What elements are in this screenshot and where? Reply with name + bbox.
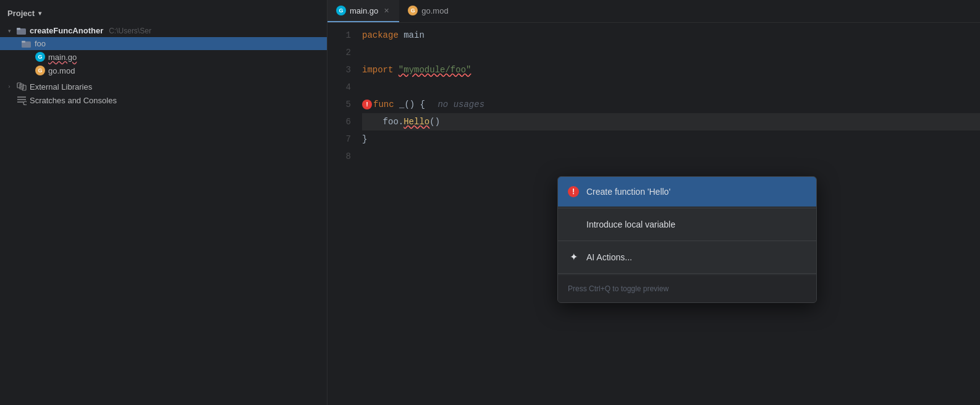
sidebar-item-scratches[interactable]: Scratches and Consoles <box>0 93 327 107</box>
line-num-1: 1 <box>346 27 351 44</box>
tab-main-go[interactable]: G main.go ✕ <box>327 0 399 22</box>
introduce-var-label: Introduce local variable <box>586 216 675 233</box>
ext-libs-chevron-icon: › <box>5 83 14 90</box>
menu-item-ai-actions[interactable]: ✦ AI Actions... <box>558 242 816 272</box>
sidebar-chevron-icon[interactable]: ▾ <box>38 10 41 17</box>
context-menu: ! Create function 'Hello' Introduce loca… <box>557 176 817 303</box>
folder-icon <box>22 40 32 48</box>
scratches-icon <box>17 95 27 105</box>
menu-divider-1 <box>558 208 816 208</box>
no-usages-hint: no usages <box>437 96 484 113</box>
library-icon <box>17 82 27 92</box>
svg-rect-7 <box>22 85 26 90</box>
error-indicator-icon: ! <box>362 100 372 109</box>
sidebar-item-external-libs[interactable]: › External Libraries <box>0 80 327 93</box>
sidebar-item-go-mod[interactable]: G go.mod <box>0 64 327 77</box>
go-mod-icon: G <box>35 66 45 75</box>
keyword-import: import <box>362 61 393 79</box>
code-line-3: import "mymodule/foo" <box>362 61 980 79</box>
code-editor[interactable]: 1 2 3 4 5 6 7 8 package main import "mym… <box>327 23 980 405</box>
editor-area: G main.go ✕ G go.mod 1 2 3 4 5 6 7 8 pac… <box>327 0 980 405</box>
tab-bar: G main.go ✕ G go.mod <box>327 0 980 23</box>
main-go-label: main.go <box>48 53 77 62</box>
go-mod-label: go.mod <box>48 66 75 75</box>
external-libs-label: External Libraries <box>30 82 92 92</box>
sidebar-header[interactable]: Project ▾ <box>0 5 327 24</box>
import-string: "mymodule/foo" <box>399 61 471 79</box>
line-num-2: 2 <box>346 44 351 61</box>
line-numbers: 1 2 3 4 5 6 7 8 <box>327 23 360 405</box>
code-line-1: package main <box>362 27 980 44</box>
create-function-label: Create function 'Hello' <box>586 183 670 200</box>
create-function-error-icon: ! <box>568 186 579 197</box>
code-line-7: } <box>362 130 980 148</box>
root-folder-name: createFuncAnother <box>30 26 103 35</box>
svg-rect-4 <box>22 41 25 43</box>
code-indent: foo. <box>362 113 403 130</box>
func-signature: _() { <box>394 96 431 113</box>
menu-item-introduce-var[interactable]: Introduce local variable <box>558 210 816 239</box>
go-file-icon: G <box>35 52 45 62</box>
method-hello: Hello <box>403 113 429 130</box>
line-num-5: 5 <box>346 96 351 113</box>
svg-rect-6 <box>20 84 23 89</box>
scratches-label: Scratches and Consoles <box>30 96 117 105</box>
root-folder-path: C:\Users\Ser <box>109 27 151 35</box>
keyword-func: func <box>373 96 394 113</box>
method-call-parens: () <box>429 113 440 130</box>
foo-folder-label: foo <box>35 39 46 48</box>
code-line-5: ! func _() { no usages <box>362 96 980 113</box>
tab-go-mod-label: go.mod <box>421 6 448 15</box>
menu-divider-3 <box>558 273 816 274</box>
line-num-3: 3 <box>346 61 351 79</box>
sidebar: Project ▾ ▾ createFuncAnother C:\Users\S… <box>0 0 327 405</box>
sidebar-item-root[interactable]: ▾ createFuncAnother C:\Users\Ser <box>0 24 327 37</box>
line-num-4: 4 <box>346 79 351 96</box>
sidebar-tree: ▾ createFuncAnother C:\Users\Ser foo G m… <box>0 24 327 107</box>
code-line-2 <box>362 44 980 61</box>
tab-main-go-close[interactable]: ✕ <box>382 6 391 15</box>
expand-icon: ▾ <box>5 28 14 34</box>
tab-main-go-icon: G <box>336 6 346 15</box>
tab-main-go-label: main.go <box>350 6 378 15</box>
line-num-6: 6 <box>346 113 351 130</box>
sidebar-item-main-go[interactable]: G main.go <box>0 50 327 64</box>
closing-brace: } <box>362 130 367 148</box>
plain-space <box>393 61 398 79</box>
ai-actions-label: AI Actions... <box>586 249 632 266</box>
line-num-8: 8 <box>346 148 351 165</box>
menu-divider-2 <box>558 241 816 241</box>
line-num-7: 7 <box>346 130 351 148</box>
code-line-6: foo.Hello() <box>362 113 980 130</box>
code-content[interactable]: package main import "mymodule/foo" ! fun… <box>360 23 980 405</box>
context-menu-footer: Press Ctrl+Q to toggle preview <box>558 275 816 302</box>
tab-go-mod-icon: G <box>408 6 418 15</box>
tab-go-mod[interactable]: G go.mod <box>399 0 457 22</box>
menu-item-create-function[interactable]: ! Create function 'Hello' <box>558 177 816 207</box>
folder-icon <box>17 27 27 35</box>
code-line-4 <box>362 79 980 96</box>
svg-rect-2 <box>17 28 20 30</box>
sidebar-item-foo[interactable]: foo <box>0 37 327 50</box>
svg-rect-5 <box>17 83 21 88</box>
footer-hint-text: Press Ctrl+Q to toggle preview <box>568 284 669 293</box>
ai-actions-icon: ✦ <box>568 252 579 263</box>
keyword-package: package <box>362 27 399 44</box>
plain-main: main <box>399 27 425 44</box>
sidebar-title: Project <box>7 9 35 18</box>
code-line-8 <box>362 148 980 165</box>
